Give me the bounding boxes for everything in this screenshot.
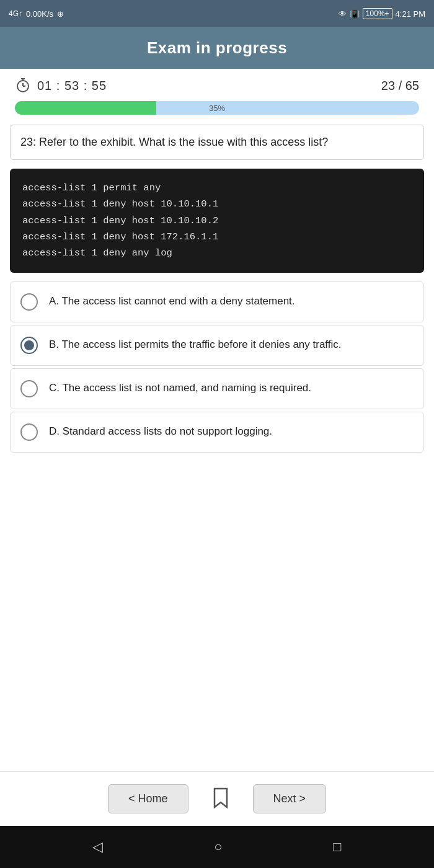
option-b[interactable]: B. The access list permits the traffic b… xyxy=(10,325,424,366)
radio-b-fill xyxy=(24,340,34,350)
phone-wrapper: 4G↑ 0.00K/s ⊕ 👁 📳 100%+ 4:21 PM Exam in … xyxy=(0,0,434,868)
recents-nav-icon[interactable]: □ xyxy=(333,839,341,855)
status-bar: 4G↑ 0.00K/s ⊕ 👁 📳 100%+ 4:21 PM xyxy=(0,0,434,27)
question-count: 23 / 65 xyxy=(381,79,419,93)
question-text: 23: Refer to the exhibit. What is the is… xyxy=(20,136,328,148)
network-speed: 0.00K/s xyxy=(26,9,53,19)
option-c[interactable]: C. The access list is not named, and nam… xyxy=(10,368,424,409)
bottom-nav: < Home Next > xyxy=(0,771,434,826)
option-a[interactable]: A. The access list cannot end with a den… xyxy=(10,281,424,322)
code-block: access-list 1 permit any access-list 1 d… xyxy=(10,169,424,273)
options-area: A. The access list cannot end with a den… xyxy=(0,281,434,453)
option-d[interactable]: D. Standard access lists do not support … xyxy=(10,412,424,453)
timer-row: 01 : 53 : 55 23 / 65 xyxy=(15,78,419,94)
exam-header: Exam in progress xyxy=(0,27,434,69)
eye-icon: 👁 xyxy=(339,9,347,19)
android-nav-bar: ◁ ○ □ xyxy=(0,826,434,868)
next-button[interactable]: Next > xyxy=(253,784,327,813)
code-line-4: access-list 1 deny host 172.16.1.1 xyxy=(22,229,412,245)
home-button[interactable]: < Home xyxy=(108,784,188,813)
radio-c[interactable] xyxy=(20,380,38,397)
clock-time: 4:21 PM xyxy=(396,9,425,19)
timer-display: 01 : 53 : 55 xyxy=(37,79,107,93)
option-d-text: D. Standard access lists do not support … xyxy=(49,424,272,440)
radio-b[interactable] xyxy=(20,337,38,354)
bookmark-button[interactable] xyxy=(207,785,234,813)
code-line-3: access-list 1 deny host 10.10.10.2 xyxy=(22,213,412,229)
exam-title: Exam in progress xyxy=(12,38,422,58)
usb-icon: ⊕ xyxy=(57,9,64,19)
option-c-text: C. The access list is not named, and nam… xyxy=(49,381,311,396)
question-area: 23: Refer to the exhibit. What is the is… xyxy=(0,125,434,281)
network-indicator: 4G↑ xyxy=(9,9,22,18)
progress-label: 35% xyxy=(209,104,225,113)
vibrate-icon: 📳 xyxy=(350,9,360,19)
radio-a[interactable] xyxy=(20,293,38,311)
battery-indicator: 100%+ xyxy=(363,8,392,19)
progress-bar: 35% xyxy=(15,101,419,115)
timer-icon xyxy=(15,78,31,94)
home-nav-icon[interactable]: ○ xyxy=(214,839,222,855)
status-right: 👁 📳 100%+ 4:21 PM xyxy=(339,8,425,19)
option-a-text: A. The access list cannot end with a den… xyxy=(49,294,295,309)
radio-d[interactable] xyxy=(20,423,38,441)
code-line-1: access-list 1 permit any xyxy=(22,180,412,196)
status-left: 4G↑ 0.00K/s ⊕ xyxy=(9,9,64,19)
question-box: 23: Refer to the exhibit. What is the is… xyxy=(10,125,424,160)
back-nav-icon[interactable]: ◁ xyxy=(92,839,103,855)
code-line-5: access-list 1 deny any log xyxy=(22,245,412,261)
timer-left: 01 : 53 : 55 xyxy=(15,78,107,94)
progress-fill xyxy=(15,101,156,115)
exam-info: 01 : 53 : 55 23 / 65 35% xyxy=(0,69,434,125)
code-line-2: access-list 1 deny host 10.10.10.1 xyxy=(22,196,412,212)
option-b-text: B. The access list permits the traffic b… xyxy=(49,337,342,353)
